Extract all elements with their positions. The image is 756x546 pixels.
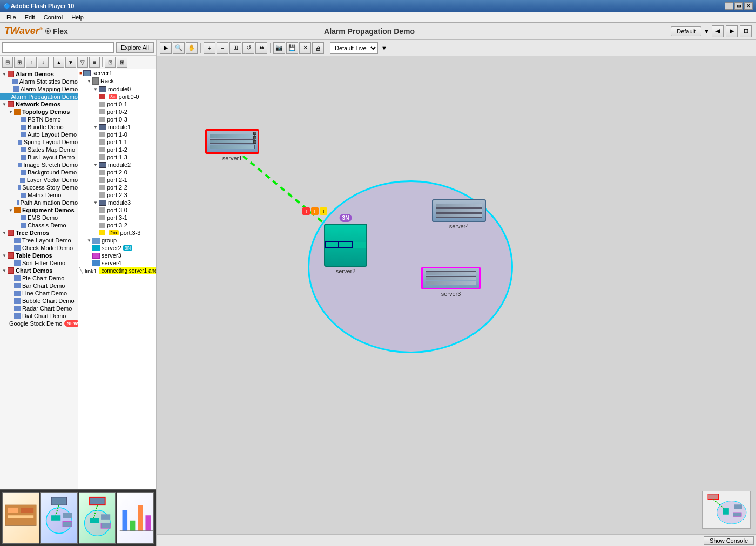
net-node-port33[interactable]: 2m port:3-3 [78, 229, 156, 237]
sidebar-item-background[interactable]: Background Demo [0, 168, 78, 176]
layout-button[interactable]: ⇔ [255, 42, 267, 54]
dropdown-arrow-icon[interactable]: ▼ [704, 28, 710, 35]
search-tool-button[interactable]: 🔍 [173, 42, 185, 54]
filter-button[interactable]: ▽ [77, 57, 88, 68]
net-node-port00[interactable]: 3c port:0-0 [78, 93, 156, 100]
server3-node[interactable]: server3 [421, 267, 481, 297]
sort-desc-button[interactable]: ↓ [38, 57, 49, 68]
fit-button[interactable]: ⊞ [230, 42, 241, 54]
net-node-module2[interactable]: ▼ module2 [78, 161, 156, 168]
maximize-view-button[interactable]: ⊞ [740, 25, 752, 37]
net-node-port01[interactable]: port:0-1 [78, 100, 156, 108]
net-node-port12[interactable]: port:1-2 [78, 146, 156, 153]
collapse-all-button[interactable]: ⊟ [2, 57, 13, 68]
sidebar-item-check-mode[interactable]: Check Mode Demo [0, 244, 78, 252]
sidebar-item-tree-demos[interactable]: ▼ Tree Demos [0, 229, 78, 237]
sidebar-item-bus-layout[interactable]: Bus Layout Demo [0, 153, 78, 161]
options-button[interactable]: ≡ [89, 57, 100, 68]
thumbnail-4[interactable] [117, 492, 154, 544]
zoom-out-button[interactable]: − [217, 42, 228, 54]
menu-file[interactable]: File [2, 13, 21, 22]
net-node-port03[interactable]: port:0-3 [78, 116, 156, 123]
net-node-module0[interactable]: ▼ module0 [78, 85, 156, 93]
nav-back-button[interactable]: ◀ [712, 25, 724, 37]
sidebar-item-layer-vector[interactable]: Layer Vector Demo [0, 176, 78, 184]
minimize-button[interactable]: ─ [725, 2, 733, 10]
down-button[interactable]: ▼ [65, 57, 76, 68]
zoom-in-button[interactable]: + [204, 42, 215, 54]
view-dropdown-icon[interactable]: ▼ [381, 45, 387, 51]
print-button[interactable]: 🖨 [312, 42, 324, 54]
reset-button[interactable]: ↺ [242, 42, 254, 54]
sidebar-item-pstn[interactable]: PSTN Demo [0, 116, 78, 123]
sidebar-item-bar-chart[interactable]: Bar Chart Demo [0, 282, 78, 289]
sort-asc-button[interactable]: ↑ [26, 57, 37, 68]
up-button[interactable]: ▲ [53, 57, 64, 68]
net-node-group[interactable]: ▼ group [78, 237, 156, 244]
net-node-link1[interactable]: ╲ link1 connecting server1 and server2 [78, 267, 156, 275]
default-button[interactable]: Default [671, 26, 701, 36]
nav-forward-button[interactable]: ▶ [726, 25, 738, 37]
save-button[interactable]: 💾 [286, 42, 298, 54]
net-node-port13[interactable]: port:1-3 [78, 153, 156, 161]
layout-button[interactable]: ⊡ [105, 57, 116, 68]
explore-all-button[interactable]: Explore All [116, 42, 154, 53]
menu-help[interactable]: Help [67, 13, 88, 22]
sidebar-item-chassis[interactable]: Chassis Demo [0, 221, 78, 229]
sidebar-item-sort-filter[interactable]: Sort Filter Demo [0, 259, 78, 267]
close-button[interactable]: ✕ [744, 2, 753, 10]
sidebar-item-chart-demos[interactable]: ▼ Chart Demos [0, 267, 78, 274]
sidebar-item-spring-layout[interactable]: Spring Layout Demo [0, 138, 78, 146]
sidebar-item-google-stock[interactable]: Google Stock Demo NEW [0, 320, 78, 327]
sidebar-item-alarm-mapping[interactable]: Alarm Mapping Demo [0, 85, 78, 93]
net-node-server1[interactable]: ■ server1 [78, 69, 156, 77]
search-input[interactable] [2, 42, 114, 53]
sidebar-item-bubble-chart[interactable]: Bubble Chart Demo [0, 297, 78, 305]
select-tool-button[interactable]: ▶ [160, 42, 172, 54]
net-node-port20[interactable]: port:2-0 [78, 168, 156, 176]
grid-button[interactable]: ⊞ [117, 57, 127, 68]
view-select[interactable]: Default-Live Default [330, 42, 378, 54]
sidebar-item-alarm-propagation[interactable]: Alarm Propagation Demo [0, 93, 78, 100]
server4-node[interactable]: server4 [432, 199, 486, 230]
sidebar-item-alarm-statistics[interactable]: Alarm Statistics Demo [0, 78, 78, 85]
sidebar-item-line-chart[interactable]: Line Chart Demo [0, 289, 78, 297]
net-node-port02[interactable]: port:0-2 [78, 108, 156, 116]
sidebar-item-tree-layout[interactable]: Tree Layout Demo [0, 237, 78, 244]
net-node-port31[interactable]: port:3-1 [78, 214, 156, 221]
sidebar-item-alarm-demos[interactable]: ▼ Alarm Demos [0, 70, 78, 78]
thumbnail-1[interactable] [2, 492, 39, 544]
sidebar-item-path-animation[interactable]: Path Animation Demo [0, 199, 78, 206]
net-node-port21[interactable]: port:2-1 [78, 176, 156, 184]
sidebar-item-states-map[interactable]: States Map Demo [0, 146, 78, 153]
net-node-port32[interactable]: port:3-2 [78, 221, 156, 229]
thumbnail-2[interactable] [40, 492, 78, 544]
sidebar-item-topology-demos[interactable]: ▼ Topology Demos [0, 108, 78, 116]
sidebar-item-matrix[interactable]: Matrix Demo [0, 191, 78, 199]
net-node-port30[interactable]: port:3-0 [78, 206, 156, 214]
sidebar-item-equipment-demos[interactable]: ▼ Equipment Demos [0, 206, 78, 214]
sidebar-item-network-demos[interactable]: ▼ Network Demos [0, 100, 78, 108]
expand-all-button[interactable]: ⊞ [14, 57, 25, 68]
show-console-button[interactable]: Show Console [704, 536, 754, 545]
net-node-server4[interactable]: server4 [78, 259, 156, 267]
menu-edit[interactable]: Edit [21, 13, 39, 22]
snapshot-button[interactable]: 📷 [273, 42, 285, 54]
delete-button[interactable]: ✕ [299, 42, 311, 54]
sidebar-item-bundle[interactable]: Bundle Demo [0, 123, 78, 131]
net-node-port10[interactable]: port:1-0 [78, 131, 156, 138]
sidebar-item-auto-layout[interactable]: Auto Layout Demo [0, 131, 78, 138]
net-node-module1[interactable]: ▼ module1 [78, 123, 156, 131]
server1-node[interactable]: server1 [205, 129, 259, 161]
net-node-rack[interactable]: ▼ Rack [78, 77, 156, 85]
net-node-port22[interactable]: port:2-2 [78, 184, 156, 191]
sidebar-item-table-demos[interactable]: ▼ Table Demos [0, 252, 78, 259]
net-node-module3[interactable]: ▼ module3 [78, 199, 156, 206]
net-node-port23[interactable]: port:2-3 [78, 191, 156, 199]
sidebar-item-success-story[interactable]: Success Story Demo [0, 184, 78, 191]
sidebar-item-image-stretch[interactable]: Image Stretch Demo [0, 161, 78, 168]
menu-control[interactable]: Control [39, 13, 67, 22]
sidebar-item-dial-chart[interactable]: Dial Chart Demo [0, 312, 78, 320]
pan-tool-button[interactable]: ✋ [186, 42, 198, 54]
server2-node[interactable]: 3N server2 [324, 224, 367, 274]
